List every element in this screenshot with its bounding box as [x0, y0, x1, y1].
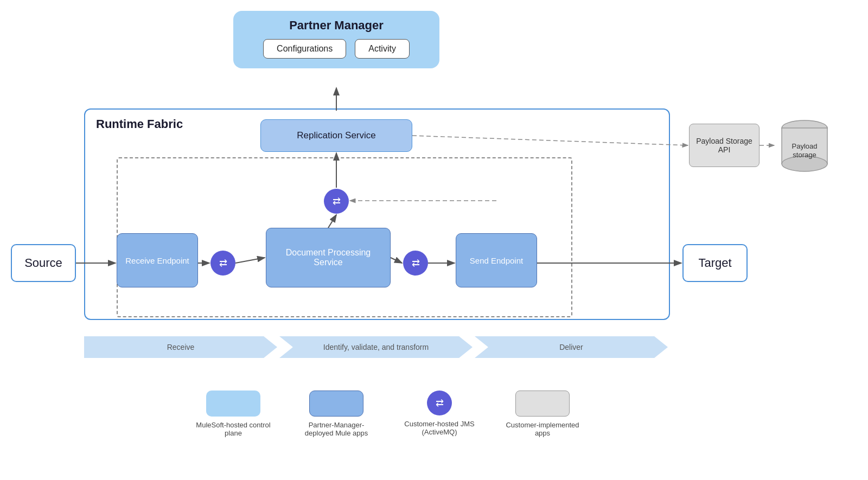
legend-partner-manager-icon: [309, 391, 363, 417]
jms-icon-2: ⇄: [412, 257, 420, 269]
legend-customer-label: Customer-implemented apps: [505, 421, 580, 437]
legend-container: MuleSoft-hosted control plane Partner-Ma…: [195, 391, 580, 437]
legend-partner-manager-deployed: Partner-Manager-deployed Mule apps: [298, 391, 374, 437]
receive-endpoint-box: Receive Endpoint: [117, 233, 198, 287]
send-endpoint-box: Send Endpoint: [456, 233, 537, 287]
phase-deliver: Deliver: [475, 336, 668, 358]
legend-customer-icon: [515, 391, 570, 417]
doc-processing-box: Document Processing Service: [266, 228, 391, 287]
jms-icon-1: ⇄: [219, 257, 227, 269]
jms-circle-center: ⇄: [324, 189, 349, 214]
partner-manager-box: Partner Manager Configurations Activity: [233, 11, 439, 68]
legend-mulesoft-hosted: MuleSoft-hosted control plane: [195, 391, 271, 437]
diagram-container: Partner Manager Configurations Activity …: [0, 0, 868, 480]
payload-api-box: Payload Storage API: [689, 124, 760, 167]
configurations-button[interactable]: Configurations: [263, 39, 346, 59]
legend-jms-label: Customer-hosted JMS (ActiveMQ): [401, 420, 477, 436]
payload-storage-cylinder: Payload storage: [775, 118, 834, 172]
pm-buttons: Configurations Activity: [244, 39, 429, 59]
phase-identify: Identify, validate, and transform: [279, 336, 473, 358]
svg-text:Payload: Payload: [792, 142, 818, 150]
jms-circle-2: ⇄: [403, 251, 428, 276]
legend-customer-jms: ⇄ Customer-hosted JMS (ActiveMQ): [401, 391, 477, 436]
legend-mulesoft-label: MuleSoft-hosted control plane: [195, 421, 271, 437]
activity-button[interactable]: Activity: [355, 39, 410, 59]
phase-receive: Receive: [84, 336, 277, 358]
legend-customer-implemented: Customer-implemented apps: [505, 391, 580, 437]
jms-circle-1: ⇄: [210, 251, 235, 276]
legend-partner-manager-label: Partner-Manager-deployed Mule apps: [298, 421, 374, 437]
phases-container: Receive Identify, validate, and transfor…: [84, 336, 670, 358]
replication-service-box: Replication Service: [260, 119, 412, 152]
svg-text:storage: storage: [793, 151, 816, 159]
runtime-fabric-title: Runtime Fabric: [96, 117, 183, 131]
source-box: Source: [11, 244, 76, 282]
legend-mulesoft-icon: [206, 391, 260, 417]
target-box: Target: [682, 244, 748, 282]
legend-jms-icon: ⇄: [427, 391, 452, 415]
partner-manager-title: Partner Manager: [244, 18, 429, 33]
jms-icon-center: ⇄: [333, 195, 341, 207]
